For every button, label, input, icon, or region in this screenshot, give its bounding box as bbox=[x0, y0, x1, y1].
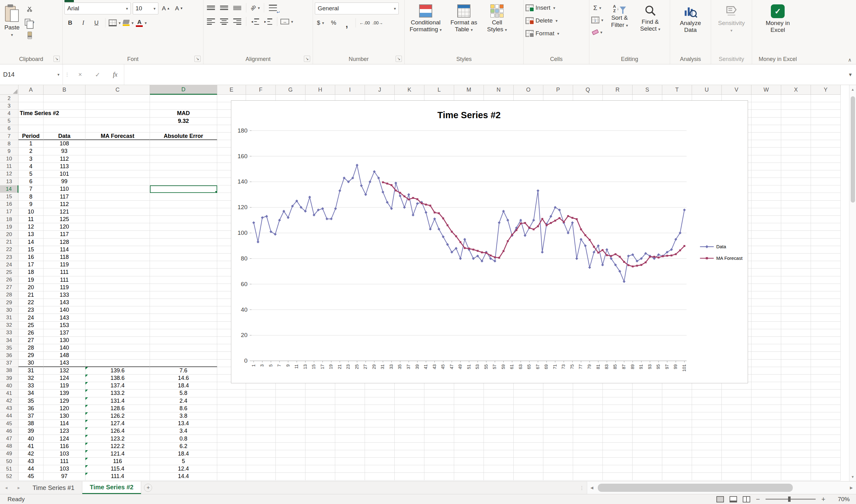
cell-X31[interactable] bbox=[781, 314, 811, 321]
cell-T47[interactable] bbox=[662, 435, 692, 443]
cell-C45[interactable]: 127.4 bbox=[85, 420, 150, 427]
cell-D19[interactable] bbox=[150, 223, 217, 231]
cell-F52[interactable] bbox=[246, 473, 276, 480]
cell-X30[interactable] bbox=[781, 306, 811, 314]
cell-W28[interactable] bbox=[752, 291, 781, 299]
cell-C15[interactable] bbox=[85, 193, 150, 200]
cell-C44[interactable]: 126.2 bbox=[85, 412, 150, 420]
cell-W38[interactable] bbox=[752, 367, 781, 375]
cell-Q50[interactable] bbox=[573, 458, 603, 465]
cell-X29[interactable] bbox=[781, 299, 811, 306]
cell-B41[interactable]: 139 bbox=[44, 390, 85, 397]
row-header-7[interactable]: 7 bbox=[0, 132, 18, 140]
cell-M47[interactable] bbox=[454, 435, 484, 443]
cell-M44[interactable] bbox=[454, 412, 484, 420]
cell-K46[interactable] bbox=[395, 427, 424, 435]
top-align-button[interactable] bbox=[205, 2, 217, 13]
cell-B16[interactable]: 112 bbox=[44, 201, 85, 208]
cell-A18[interactable]: 11 bbox=[18, 216, 44, 223]
cell-F51[interactable] bbox=[246, 465, 276, 473]
scroll-down-button[interactable]: ▼ bbox=[850, 472, 856, 481]
cell-H46[interactable] bbox=[306, 427, 335, 435]
cell-A21[interactable]: 14 bbox=[18, 238, 44, 246]
row-header-15[interactable]: 15 bbox=[0, 193, 18, 200]
cell-A14[interactable]: 7 bbox=[18, 185, 44, 193]
cell-L44[interactable] bbox=[424, 412, 454, 420]
cell-R41[interactable] bbox=[603, 390, 633, 397]
cell-O50[interactable] bbox=[514, 458, 543, 465]
cell-P50[interactable] bbox=[543, 458, 573, 465]
cell-X50[interactable] bbox=[781, 458, 811, 465]
cancel-entry-button[interactable]: × bbox=[71, 65, 89, 85]
row-header-45[interactable]: 45 bbox=[0, 420, 18, 427]
cell-R50[interactable] bbox=[603, 458, 633, 465]
cell-F50[interactable] bbox=[246, 458, 276, 465]
col-header-C[interactable]: C bbox=[85, 85, 150, 95]
cell-D49[interactable]: 18.4 bbox=[150, 450, 217, 458]
cell-D9[interactable] bbox=[150, 148, 217, 155]
cell-C34[interactable] bbox=[85, 337, 150, 344]
cell-B31[interactable]: 143 bbox=[44, 314, 85, 321]
cell-D50[interactable]: 5 bbox=[150, 458, 217, 465]
cell-B9[interactable]: 93 bbox=[44, 148, 85, 155]
cell-X25[interactable] bbox=[781, 269, 811, 276]
cell-B19[interactable]: 120 bbox=[44, 223, 85, 231]
cell-D34[interactable] bbox=[150, 337, 217, 344]
cell-E42[interactable] bbox=[217, 397, 246, 405]
cell-I50[interactable] bbox=[335, 458, 365, 465]
cell-E47[interactable] bbox=[217, 435, 246, 443]
cell-F49[interactable] bbox=[246, 450, 276, 458]
cell-H42[interactable] bbox=[306, 397, 335, 405]
cell-D30[interactable] bbox=[150, 306, 217, 314]
cell-B12[interactable]: 101 bbox=[44, 170, 85, 178]
cell-B7[interactable]: Data bbox=[44, 132, 85, 140]
zoom-level[interactable]: 70% bbox=[831, 496, 850, 503]
cell-D11[interactable] bbox=[150, 163, 217, 170]
page-break-preview-button[interactable] bbox=[743, 496, 750, 502]
cell-W7[interactable] bbox=[752, 132, 781, 140]
cell-D25[interactable] bbox=[150, 269, 217, 276]
decrease-font-size-button[interactable]: A▼ bbox=[173, 3, 185, 14]
cell-C13[interactable] bbox=[85, 178, 150, 185]
cell-O43[interactable] bbox=[514, 405, 543, 412]
cell-C10[interactable] bbox=[85, 156, 150, 163]
cell-B3[interactable] bbox=[44, 102, 85, 110]
cell-C19[interactable] bbox=[85, 223, 150, 231]
cell-V48[interactable] bbox=[722, 443, 752, 450]
cell-Y24[interactable] bbox=[811, 261, 841, 269]
format-cells-button[interactable]: Format▾ bbox=[526, 28, 587, 39]
cell-D26[interactable] bbox=[150, 276, 217, 284]
cell-X40[interactable] bbox=[781, 382, 811, 390]
cell-W11[interactable] bbox=[752, 163, 781, 170]
row-header-38[interactable]: 38 bbox=[0, 367, 18, 375]
cell-Q51[interactable] bbox=[573, 465, 603, 473]
cell-R42[interactable] bbox=[603, 397, 633, 405]
cell-B40[interactable]: 119 bbox=[44, 382, 85, 390]
cell-B2[interactable] bbox=[44, 95, 85, 102]
row-header-31[interactable]: 31 bbox=[0, 314, 18, 321]
cell-A33[interactable]: 26 bbox=[18, 329, 44, 337]
cell-Y40[interactable] bbox=[811, 382, 841, 390]
cell-B20[interactable]: 117 bbox=[44, 231, 85, 238]
cell-C32[interactable] bbox=[85, 322, 150, 329]
cell-B6[interactable] bbox=[44, 125, 85, 132]
cell-T49[interactable] bbox=[662, 450, 692, 458]
cell-W21[interactable] bbox=[752, 238, 781, 246]
cell-Y51[interactable] bbox=[811, 465, 841, 473]
cell-C39[interactable]: 138.6 bbox=[85, 375, 150, 382]
cell-G47[interactable] bbox=[276, 435, 306, 443]
cell-Y20[interactable] bbox=[811, 231, 841, 238]
cell-M42[interactable] bbox=[454, 397, 484, 405]
cell-F46[interactable] bbox=[246, 427, 276, 435]
cell-O47[interactable] bbox=[514, 435, 543, 443]
cell-Y38[interactable] bbox=[811, 367, 841, 375]
cell-K48[interactable] bbox=[395, 443, 424, 450]
cell-X19[interactable] bbox=[781, 223, 811, 231]
row-header-33[interactable]: 33 bbox=[0, 329, 18, 337]
cell-P41[interactable] bbox=[543, 390, 573, 397]
new-sheet-button[interactable]: + bbox=[141, 482, 155, 494]
cell-J41[interactable] bbox=[365, 390, 395, 397]
cell-X26[interactable] bbox=[781, 276, 811, 284]
cell-Y35[interactable] bbox=[811, 344, 841, 352]
cell-C31[interactable] bbox=[85, 314, 150, 321]
